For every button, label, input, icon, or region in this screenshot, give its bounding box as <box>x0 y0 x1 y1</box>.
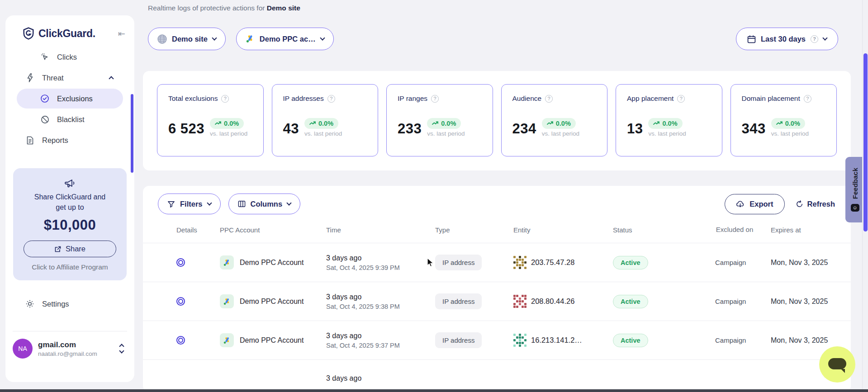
google-ads-icon <box>220 294 234 308</box>
page-scrollbar-track[interactable] <box>862 0 868 392</box>
stat-value: 234 <box>512 121 536 137</box>
cursor-click-icon <box>40 53 50 61</box>
chevron-down-icon <box>212 35 217 40</box>
exclusions-log-panel: Filters Columns <box>143 186 851 392</box>
feedback-label: Feedback <box>851 168 859 199</box>
google-ads-icon <box>246 35 255 43</box>
sidebar-item-settings[interactable]: Settings <box>17 294 123 314</box>
excluded-on-cell: Campaign <box>715 336 771 344</box>
sidebar: ClickGuard. ⇤ Clicks Threat <box>5 15 134 382</box>
ppc-account-selector-value: Demo PPC ac… <box>260 35 316 43</box>
view-details-icon[interactable] <box>176 297 185 306</box>
help-icon: ? <box>677 95 685 103</box>
sidebar-item-threat[interactable]: Threat <box>17 68 123 88</box>
time-cell: 3 days ago Sat, Oct 4, 2025 9:38 PM <box>326 293 435 310</box>
entity-identicon <box>513 295 526 308</box>
stat-app-placement: App placement? 13 0.0% vs. last period <box>616 84 722 156</box>
column-header-account[interactable]: PPC Account <box>220 226 326 234</box>
chevron-down-icon <box>207 200 212 205</box>
sidebar-item-label: Threat <box>42 74 64 82</box>
badge-check-icon <box>40 94 50 103</box>
sidebar-item-label: Settings <box>42 300 69 308</box>
stat-audience: Audience? 234 0.0% vs. last period <box>501 84 608 156</box>
stat-total-exclusions: Total exclusions? 6 523 0.0% vs. last pe… <box>157 84 264 156</box>
column-header-excluded-on[interactable]: Excluded on <box>715 225 754 234</box>
promo-text: Share ClickGuard and get up to <box>19 192 120 213</box>
promo-amount: $10,000 <box>19 217 120 233</box>
column-header-expires-at[interactable]: Expires at <box>771 226 851 234</box>
refresh-button[interactable]: Refresh <box>796 200 835 208</box>
table-row: 3 days ago <box>143 360 851 392</box>
column-header-time[interactable]: Time <box>326 226 435 234</box>
sidebar-item-label: Clicks <box>57 53 77 61</box>
help-icon: ? <box>221 95 229 103</box>
sidebar-collapse-icon[interactable]: ⇤ <box>118 29 125 38</box>
sidebar-item-blacklist[interactable]: Blacklist <box>17 109 123 129</box>
status-badge: Active <box>613 256 648 269</box>
stat-value: 6 523 <box>168 121 204 137</box>
view-details-icon[interactable] <box>176 336 185 345</box>
megaphone-icon <box>19 178 120 189</box>
gear-icon <box>25 299 35 308</box>
time-cell: 3 days ago <box>326 374 435 384</box>
excluded-on-cell: Campaign <box>715 298 771 305</box>
share-button[interactable]: Share <box>24 241 116 257</box>
trend-badge: 0.0% <box>304 118 338 129</box>
affiliate-promo-card: Share ClickGuard and get up to $10,000 S… <box>13 168 127 280</box>
date-range-selector[interactable]: Last 30 days ? <box>736 28 838 50</box>
ppc-account-selector[interactable]: Demo PPC ac… <box>236 28 334 50</box>
user-name: gmail.com <box>38 340 120 349</box>
sidebar-item-label: Blacklist <box>57 115 85 124</box>
expires-at-cell: Mon, Nov 3, 2025 <box>771 298 851 306</box>
help-icon: ? <box>804 95 811 103</box>
user-account-row[interactable]: NA gmail.com naatali.ro@gmail.com <box>5 331 134 359</box>
sidebar-item-reports[interactable]: Reports <box>17 130 123 150</box>
clickguard-logo-icon <box>23 27 34 40</box>
google-ads-icon <box>220 255 234 269</box>
expires-at-cell: Mon, Nov 3, 2025 <box>771 259 851 267</box>
trend-caption: vs. last period <box>427 130 465 137</box>
sidebar-item-clicks[interactable]: Clicks <box>17 47 123 67</box>
cloud-download-icon <box>736 200 745 208</box>
site-selector[interactable]: Demo site <box>148 28 226 50</box>
date-range-value: Last 30 days <box>761 35 806 43</box>
page-scrollbar-thumb[interactable] <box>863 53 868 231</box>
columns-button[interactable]: Columns <box>228 194 301 214</box>
stat-value: 43 <box>283 121 299 137</box>
filters-button[interactable]: Filters <box>158 194 221 214</box>
globe-icon <box>157 34 167 44</box>
stat-value: 233 <box>398 121 422 137</box>
site-name: Demo site <box>267 4 300 12</box>
type-badge: IP address <box>435 293 482 309</box>
chat-launcher-button[interactable] <box>819 346 855 383</box>
column-header-status[interactable]: Status <box>613 226 715 234</box>
stat-value: 13 <box>627 121 643 137</box>
trend-caption: vs. last period <box>210 130 247 137</box>
export-button[interactable]: Export <box>725 194 784 214</box>
help-icon: ? <box>431 95 439 103</box>
account-switcher-icon[interactable] <box>120 345 125 353</box>
ppc-account-cell: Demo PPC Account <box>220 333 326 347</box>
affiliate-program-link[interactable]: Click to Affiliate Program <box>19 263 120 271</box>
table-row: Demo PPC Account 3 days ago Sat, Oct 4, … <box>143 321 851 360</box>
user-email: naatali.ro@gmail.com <box>38 350 120 357</box>
view-details-icon[interactable] <box>176 258 185 267</box>
feedback-tab[interactable]: Feedback ☺ <box>845 157 864 222</box>
column-header-entity[interactable]: Entity <box>513 226 613 234</box>
sidebar-scrollbar-thumb[interactable] <box>131 94 133 173</box>
chat-bubble-tail <box>841 369 845 373</box>
entity-cell: 16.213.141.2… <box>513 334 613 347</box>
ppc-account-cell: Demo PPC Account <box>220 255 326 269</box>
sidebar-nav: Clicks Threat Exclusions <box>5 47 134 150</box>
columns-icon <box>238 200 246 208</box>
trend-caption: vs. last period <box>648 130 686 137</box>
column-header-type[interactable]: Type <box>435 226 513 234</box>
chevron-down-icon <box>822 35 827 40</box>
chat-bubble-icon <box>828 358 846 369</box>
table-row: Demo PPC Account 3 days ago Sat, Oct 4, … <box>143 282 851 321</box>
stat-value: 343 <box>742 121 766 137</box>
time-cell: 3 days ago Sat, Oct 4, 2025 9:37 PM <box>326 332 435 349</box>
sidebar-item-exclusions[interactable]: Exclusions <box>17 89 123 109</box>
table-header: Details PPC Account Time Type Entity Sta… <box>143 217 851 243</box>
column-header-details[interactable]: Details <box>176 226 220 234</box>
